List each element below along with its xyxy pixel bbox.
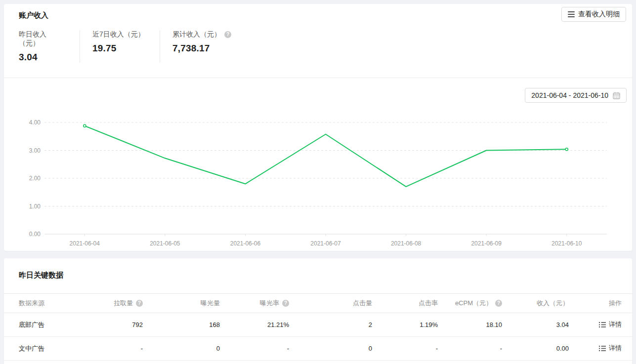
x-axis-label: 2021-06-07: [310, 240, 341, 247]
account-income-card: 账户收入 查看收入明细 昨日收入（元） 3.04 近7日收入（元） 19.75 …: [4, 4, 632, 251]
column-header: 拉取量?: [93, 294, 143, 313]
column-header-label: 收入（元）: [537, 299, 569, 308]
cell-value: -: [438, 337, 502, 361]
row-detail-label: 详情: [609, 320, 622, 329]
x-axis-label: 2021-06-10: [551, 240, 582, 247]
column-header-label: 点击率: [419, 299, 438, 308]
column-header-label: 拉取量: [114, 299, 133, 308]
page: 账户收入 查看收入明细 昨日收入（元） 3.04 近7日收入（元） 19.75 …: [0, 4, 636, 364]
column-header-label: 曝光量: [201, 299, 220, 308]
cell-value: -: [93, 337, 143, 361]
account-income-header: 账户收入 查看收入明细: [4, 4, 632, 20]
help-icon[interactable]: ?: [495, 300, 502, 307]
stats-row: 昨日收入（元） 3.04 近7日收入（元） 19.75 累计收入（元） ? 7,…: [4, 30, 632, 63]
help-icon[interactable]: ?: [282, 300, 289, 307]
column-header: 数据来源: [4, 294, 93, 313]
cell-value: 18.10: [438, 313, 502, 337]
key-data-card: 昨日关键数据 数据来源拉取量?曝光量曝光率?点击量点击率eCPM（元）?收入（元…: [4, 258, 632, 364]
stat-label: 昨日收入（元）: [19, 30, 66, 48]
stat-label: 累计收入（元） ?: [172, 30, 231, 39]
y-axis-label: 2.00: [29, 175, 41, 182]
column-header-label: 数据来源: [19, 299, 44, 308]
column-header: 点击率: [372, 294, 438, 313]
stat-7day-income: 近7日收入（元） 19.75: [80, 30, 160, 63]
account-income-title: 账户收入: [19, 11, 617, 20]
cell-value: 0: [289, 337, 372, 361]
calendar-icon: [613, 92, 620, 99]
column-header-label: 曝光率: [260, 299, 279, 308]
table-header-row: 数据来源拉取量?曝光量曝光率?点击量点击率eCPM（元）?收入（元）操作: [4, 294, 632, 313]
stat-label: 近7日收入（元）: [92, 30, 146, 39]
revenue-chart-section: 2021-06-04 - 2021-06-10 0.001.002.003.00…: [4, 78, 632, 261]
stat-value: 19.75: [92, 43, 146, 54]
view-income-detail-label: 查看收入明细: [578, 10, 620, 19]
help-icon[interactable]: ?: [224, 31, 231, 38]
x-axis-label: 2021-06-06: [230, 240, 261, 247]
cell-value: 3.04: [502, 313, 569, 337]
y-axis-label: 0.00: [29, 231, 41, 238]
cell-value: 1.19%: [372, 313, 438, 337]
stat-value: 3.04: [19, 52, 66, 63]
column-header: 曝光量: [143, 294, 220, 313]
revenue-line-chart: 0.001.002.003.004.002021-06-042021-06-05…: [4, 78, 632, 261]
stat-total-income: 累计收入（元） ? 7,738.17: [160, 30, 245, 63]
revenue-series-line: [85, 126, 566, 187]
column-header-label: 点击量: [353, 299, 372, 308]
x-axis-label: 2021-06-05: [150, 240, 180, 247]
y-axis-label: 3.00: [29, 147, 41, 154]
column-header: 曝光率?: [220, 294, 289, 313]
x-axis-label: 2021-06-08: [391, 240, 422, 247]
row-detail-button[interactable]: 详情: [599, 320, 622, 329]
y-axis-label: 4.00: [29, 119, 41, 126]
column-header: 操作: [569, 294, 632, 313]
cell-value: 21.21%: [220, 313, 289, 337]
column-header: eCPM（元）?: [438, 294, 502, 313]
x-axis-label: 2021-06-04: [70, 240, 100, 247]
help-icon[interactable]: ?: [136, 300, 143, 307]
column-header-label: eCPM（元）: [455, 299, 492, 308]
hamburger-menu-icon: [568, 11, 575, 17]
data-point-marker: [565, 148, 568, 151]
column-header: 点击量: [289, 294, 372, 313]
column-header-label: 操作: [609, 299, 622, 308]
cell-value: 2: [289, 313, 372, 337]
cell-value: 792: [93, 313, 143, 337]
key-data-title: 昨日关键数据: [4, 258, 632, 293]
cell-data-source: 底部广告: [4, 313, 93, 337]
cell-value: 168: [143, 313, 220, 337]
cell-value: -: [372, 337, 438, 361]
stat-yesterday-income: 昨日收入（元） 3.04: [19, 30, 80, 63]
column-header: 收入（元）: [502, 294, 569, 313]
table-row: 文中广告-0-0--0.00详情: [4, 337, 632, 361]
cell-value: -: [220, 337, 289, 361]
date-range-text: 2021-06-04 - 2021-06-10: [531, 91, 608, 99]
list-detail-icon: [599, 345, 606, 352]
stat-value: 7,738.17: [172, 43, 231, 54]
date-range-picker[interactable]: 2021-06-04 - 2021-06-10: [525, 88, 627, 103]
view-income-detail-button[interactable]: 查看收入明细: [561, 7, 626, 22]
x-axis-label: 2021-06-09: [471, 240, 502, 247]
cell-data-source: 文中广告: [4, 337, 93, 361]
cell-value: 0: [143, 337, 220, 361]
key-data-table: 数据来源拉取量?曝光量曝光率?点击量点击率eCPM（元）?收入（元）操作 底部广…: [4, 293, 632, 361]
y-axis-label: 1.00: [29, 203, 41, 210]
table-row: 底部广告79216821.21%21.19%18.103.04详情: [4, 313, 632, 337]
row-detail-label: 详情: [609, 344, 622, 353]
stat-label-text: 累计收入（元）: [172, 30, 221, 39]
list-detail-icon: [599, 322, 606, 328]
row-detail-button[interactable]: 详情: [599, 344, 622, 353]
cell-value: 0.00: [502, 337, 569, 361]
data-point-marker: [84, 124, 86, 127]
